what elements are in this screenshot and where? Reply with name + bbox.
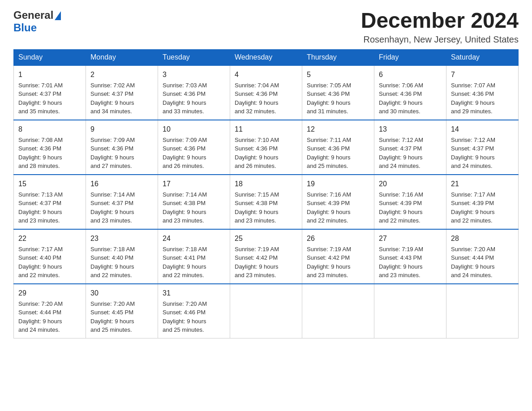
day-info: Sunrise: 7:08 AMSunset: 4:36 PMDaylight:… — [18, 137, 63, 170]
calendar-cell: 11Sunrise: 7:10 AMSunset: 4:36 PMDayligh… — [230, 120, 302, 175]
weekday-header-friday: Friday — [374, 49, 446, 65]
day-info: Sunrise: 7:20 AMSunset: 4:45 PMDaylight:… — [90, 300, 135, 334]
calendar-cell: 23Sunrise: 7:18 AMSunset: 4:40 PMDayligh… — [86, 229, 158, 284]
day-info: Sunrise: 7:15 AMSunset: 4:38 PMDaylight:… — [235, 191, 279, 224]
calendar-cell: 7Sunrise: 7:07 AMSunset: 4:36 PMDaylight… — [446, 65, 519, 120]
weekday-header-saturday: Saturday — [446, 49, 519, 65]
day-info: Sunrise: 7:09 AMSunset: 4:36 PMDaylight:… — [163, 137, 207, 170]
day-number: 1 — [18, 69, 81, 80]
day-number: 8 — [18, 124, 81, 135]
calendar-cell: 6Sunrise: 7:06 AMSunset: 4:36 PMDaylight… — [374, 65, 446, 120]
calendar-cell — [230, 284, 302, 338]
calendar-cell: 1Sunrise: 7:01 AMSunset: 4:37 PMDaylight… — [14, 65, 86, 120]
weekday-header-thursday: Thursday — [302, 49, 374, 65]
calendar-week-row-4: 22Sunrise: 7:17 AMSunset: 4:40 PMDayligh… — [14, 229, 519, 284]
calendar-cell: 19Sunrise: 7:16 AMSunset: 4:39 PMDayligh… — [302, 175, 374, 229]
day-number: 15 — [18, 179, 81, 189]
title-block: December 2024 Rosenhayn, New Jersey, Uni… — [361, 9, 519, 45]
day-info: Sunrise: 7:14 AMSunset: 4:37 PMDaylight:… — [90, 191, 135, 224]
calendar-cell: 26Sunrise: 7:19 AMSunset: 4:42 PMDayligh… — [302, 229, 374, 284]
day-number: 17 — [163, 179, 225, 189]
day-info: Sunrise: 7:16 AMSunset: 4:39 PMDaylight:… — [307, 191, 351, 224]
day-number: 23 — [90, 233, 153, 244]
calendar-cell: 3Sunrise: 7:03 AMSunset: 4:36 PMDaylight… — [158, 65, 230, 120]
weekday-header-sunday: Sunday — [14, 49, 86, 65]
calendar-cell: 15Sunrise: 7:13 AMSunset: 4:37 PMDayligh… — [14, 175, 86, 229]
day-info: Sunrise: 7:19 AMSunset: 4:42 PMDaylight:… — [235, 246, 279, 279]
day-info: Sunrise: 7:17 AMSunset: 4:40 PMDaylight:… — [18, 246, 63, 279]
calendar-cell — [446, 284, 519, 338]
calendar-week-row-1: 1Sunrise: 7:01 AMSunset: 4:37 PMDaylight… — [14, 65, 519, 120]
day-number: 19 — [307, 179, 369, 189]
calendar-cell: 29Sunrise: 7:20 AMSunset: 4:44 PMDayligh… — [14, 284, 86, 338]
day-number: 22 — [18, 233, 81, 244]
day-info: Sunrise: 7:05 AMSunset: 4:36 PMDaylight:… — [307, 82, 351, 115]
weekday-header-tuesday: Tuesday — [158, 49, 230, 65]
calendar-cell: 16Sunrise: 7:14 AMSunset: 4:37 PMDayligh… — [86, 175, 158, 229]
calendar-cell: 30Sunrise: 7:20 AMSunset: 4:45 PMDayligh… — [86, 284, 158, 338]
day-number: 18 — [235, 179, 297, 189]
day-number: 20 — [379, 179, 442, 189]
calendar-cell: 20Sunrise: 7:16 AMSunset: 4:39 PMDayligh… — [374, 175, 446, 229]
weekday-header-monday: Monday — [86, 49, 158, 65]
day-number: 12 — [307, 124, 369, 135]
day-info: Sunrise: 7:12 AMSunset: 4:37 PMDaylight:… — [451, 137, 495, 170]
day-info: Sunrise: 7:17 AMSunset: 4:39 PMDaylight:… — [451, 191, 495, 224]
calendar-cell — [302, 284, 374, 338]
calendar-week-row-5: 29Sunrise: 7:20 AMSunset: 4:44 PMDayligh… — [14, 284, 519, 338]
day-info: Sunrise: 7:19 AMSunset: 4:42 PMDaylight:… — [307, 246, 351, 279]
calendar-cell: 5Sunrise: 7:05 AMSunset: 4:36 PMDaylight… — [302, 65, 374, 120]
calendar-week-row-3: 15Sunrise: 7:13 AMSunset: 4:37 PMDayligh… — [14, 175, 519, 229]
day-number: 30 — [90, 288, 153, 299]
day-number: 27 — [379, 233, 442, 244]
day-info: Sunrise: 7:20 AMSunset: 4:44 PMDaylight:… — [451, 246, 495, 279]
calendar-cell: 24Sunrise: 7:18 AMSunset: 4:41 PMDayligh… — [158, 229, 230, 284]
day-number: 16 — [90, 179, 153, 189]
calendar-cell: 31Sunrise: 7:20 AMSunset: 4:46 PMDayligh… — [158, 284, 230, 338]
day-number: 10 — [163, 124, 225, 135]
calendar-cell: 2Sunrise: 7:02 AMSunset: 4:37 PMDaylight… — [86, 65, 158, 120]
day-number: 2 — [90, 69, 153, 80]
calendar-cell: 9Sunrise: 7:09 AMSunset: 4:36 PMDaylight… — [86, 120, 158, 175]
day-info: Sunrise: 7:14 AMSunset: 4:38 PMDaylight:… — [163, 191, 207, 224]
day-number: 13 — [379, 124, 442, 135]
day-info: Sunrise: 7:18 AMSunset: 4:40 PMDaylight:… — [90, 246, 135, 279]
calendar-cell: 21Sunrise: 7:17 AMSunset: 4:39 PMDayligh… — [446, 175, 519, 229]
day-info: Sunrise: 7:18 AMSunset: 4:41 PMDaylight:… — [163, 246, 207, 279]
calendar-cell: 14Sunrise: 7:12 AMSunset: 4:37 PMDayligh… — [446, 120, 519, 175]
page-header: General Blue December 2024 Rosenhayn, Ne… — [13, 9, 519, 45]
day-number: 9 — [90, 124, 153, 135]
calendar-cell: 27Sunrise: 7:19 AMSunset: 4:43 PMDayligh… — [374, 229, 446, 284]
calendar-cell: 25Sunrise: 7:19 AMSunset: 4:42 PMDayligh… — [230, 229, 302, 284]
calendar-cell: 4Sunrise: 7:04 AMSunset: 4:36 PMDaylight… — [230, 65, 302, 120]
calendar-cell: 17Sunrise: 7:14 AMSunset: 4:38 PMDayligh… — [158, 175, 230, 229]
day-number: 28 — [451, 233, 514, 244]
day-info: Sunrise: 7:06 AMSunset: 4:36 PMDaylight:… — [379, 82, 423, 115]
day-info: Sunrise: 7:04 AMSunset: 4:36 PMDaylight:… — [235, 82, 279, 115]
day-info: Sunrise: 7:03 AMSunset: 4:36 PMDaylight:… — [163, 82, 207, 115]
weekday-header-wednesday: Wednesday — [230, 49, 302, 65]
logo-blue-text: Blue — [13, 21, 37, 34]
day-info: Sunrise: 7:09 AMSunset: 4:36 PMDaylight:… — [90, 137, 135, 170]
calendar-title: December 2024 — [361, 9, 519, 33]
day-info: Sunrise: 7:07 AMSunset: 4:36 PMDaylight:… — [451, 82, 495, 115]
day-number: 24 — [163, 233, 225, 244]
calendar-cell: 12Sunrise: 7:11 AMSunset: 4:36 PMDayligh… — [302, 120, 374, 175]
calendar-subtitle: Rosenhayn, New Jersey, United States — [361, 34, 519, 45]
calendar-cell: 28Sunrise: 7:20 AMSunset: 4:44 PMDayligh… — [446, 229, 519, 284]
day-info: Sunrise: 7:20 AMSunset: 4:46 PMDaylight:… — [163, 300, 207, 334]
day-info: Sunrise: 7:02 AMSunset: 4:37 PMDaylight:… — [90, 82, 135, 115]
day-number: 3 — [163, 69, 225, 80]
day-number: 6 — [379, 69, 442, 80]
day-info: Sunrise: 7:01 AMSunset: 4:37 PMDaylight:… — [18, 82, 63, 115]
day-number: 29 — [18, 288, 81, 299]
day-info: Sunrise: 7:20 AMSunset: 4:44 PMDaylight:… — [18, 300, 63, 334]
day-number: 21 — [451, 179, 514, 189]
day-number: 31 — [163, 288, 225, 299]
day-number: 26 — [307, 233, 369, 244]
calendar-table: SundayMondayTuesdayWednesdayThursdayFrid… — [13, 49, 519, 338]
calendar-week-row-2: 8Sunrise: 7:08 AMSunset: 4:36 PMDaylight… — [14, 120, 519, 175]
day-number: 4 — [235, 69, 297, 80]
calendar-cell: 22Sunrise: 7:17 AMSunset: 4:40 PMDayligh… — [14, 229, 86, 284]
day-info: Sunrise: 7:11 AMSunset: 4:36 PMDaylight:… — [307, 137, 351, 170]
